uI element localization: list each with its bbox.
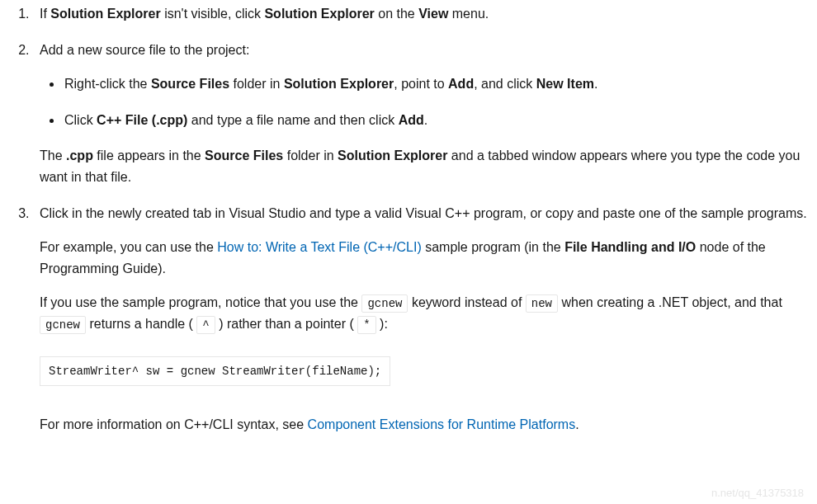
text: , point to — [394, 77, 448, 91]
text: keyword instead of — [408, 295, 525, 309]
step-2-result: The .cpp file appears in the Source File… — [40, 145, 807, 187]
link-component-extensions[interactable]: Component Extensions for Runtime Platfor… — [308, 417, 576, 431]
step-2: Add a new source file to the project: Ri… — [33, 40, 807, 188]
code-gcnew-2: gcnew — [40, 316, 86, 334]
bold: New Item — [536, 77, 594, 91]
step-3-intro: Click in the newly created tab in Visual… — [40, 206, 807, 220]
bold: Solution Explorer — [284, 77, 394, 91]
text: returns a handle ( — [86, 317, 196, 331]
bold: C++ File (.cpp) — [97, 113, 187, 127]
step-3-more-info: For more information on C++/CLI syntax, … — [40, 414, 807, 436]
bold: Solution Explorer — [264, 7, 374, 21]
step-3-example: For example, you can use the How to: Wri… — [40, 237, 807, 279]
text: sample program (in the — [422, 240, 564, 254]
text: If — [40, 7, 50, 21]
step-1: If Solution Explorer isn't visible, clic… — [33, 3, 807, 25]
text: . — [575, 417, 579, 431]
text: folder in — [229, 77, 284, 91]
text: For more information on C++/CLI syntax, … — [40, 417, 308, 431]
bold: Source Files — [151, 77, 229, 91]
bold: .cpp — [66, 148, 93, 163]
text: and type a file name and then click — [187, 113, 398, 127]
instruction-list: If Solution Explorer isn't visible, clic… — [10, 3, 807, 436]
text: on the — [375, 7, 418, 21]
text: Click — [64, 113, 97, 127]
text: isn't visible, click — [161, 7, 265, 21]
text: . — [594, 77, 597, 91]
text: menu. — [448, 7, 489, 21]
code-new: new — [526, 294, 558, 313]
bold: View — [418, 7, 448, 21]
text: If you use the sample program, notice th… — [40, 295, 361, 309]
bold: Solution Explorer — [50, 7, 160, 21]
step-2-intro: Add a new source file to the project: — [40, 43, 249, 57]
text: , and click — [474, 77, 536, 91]
step-2-substeps: Right-click the Source Files folder in S… — [40, 73, 807, 130]
bold: Add — [448, 77, 474, 91]
bold: Add — [399, 113, 424, 127]
code-gcnew: gcnew — [361, 294, 408, 313]
text: Right-click the — [64, 77, 151, 91]
text: ): — [376, 317, 388, 331]
bold: Source Files — [205, 148, 283, 163]
text: The — [40, 148, 66, 163]
text: . — [424, 113, 427, 127]
bold: Solution Explorer — [338, 148, 447, 163]
link-write-text-file[interactable]: How to: Write a Text File (C++/CLI) — [217, 240, 421, 254]
text: For example, you can use the — [40, 240, 217, 254]
code-pointer-star: * — [357, 316, 375, 334]
text: folder in — [283, 148, 338, 163]
step-3: Click in the newly created tab in Visual… — [33, 203, 807, 436]
substep-click-cpp: Click C++ File (.cpp) and type a file na… — [63, 110, 807, 131]
substep-right-click: Right-click the Source Files folder in S… — [63, 73, 807, 95]
text: file appears in the — [93, 148, 205, 163]
text: ) rather than a pointer ( — [215, 317, 358, 331]
step-3-notice: If you use the sample program, notice th… — [40, 292, 807, 334]
bold: File Handling and I/O — [564, 240, 696, 254]
code-block-streamwriter: StreamWriter^ sw = gcnew StreamWriter(fi… — [40, 356, 390, 386]
text: when creating a .NET object, and that — [558, 295, 782, 309]
code-handle-caret: ^ — [196, 316, 215, 334]
